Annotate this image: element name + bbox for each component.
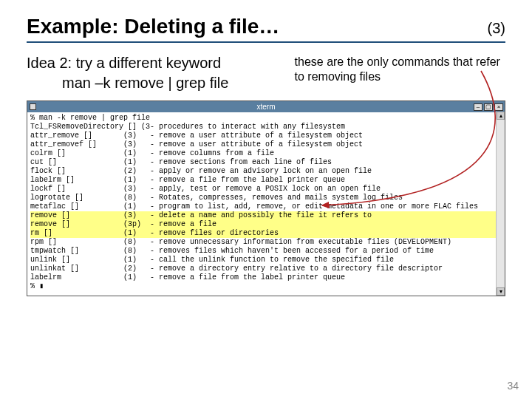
window-menu-icon[interactable] xyxy=(30,103,36,110)
terminal-line: attr_remove [] (3) - remove a user attri… xyxy=(30,132,502,140)
terminal-line: % man -k remove | grep file xyxy=(30,114,502,123)
terminal-line: remove [] (3) - delete a name and possib… xyxy=(30,211,502,220)
terminal-body[interactable]: % man -k remove | grep fileTcl_FSRemoveD… xyxy=(27,112,505,296)
terminal-titlebar: xterm – ▢ × xyxy=(27,101,505,112)
terminal-line: colrm [] (1) - remove columns from a fil… xyxy=(30,149,502,158)
terminal-line: % ▮ xyxy=(30,282,502,291)
scroll-down-icon[interactable]: ▾ xyxy=(497,287,505,296)
title-row: Example: Deleting a file… (3) xyxy=(27,15,505,43)
slide-marker: (3) xyxy=(488,20,505,37)
annotation-note: these are the only commands that refer t… xyxy=(295,53,505,93)
terminal-line: rm [] (1) - remove files or directories xyxy=(30,229,502,238)
terminal-line: flock [] (2) - apply or remove an adviso… xyxy=(30,167,502,176)
scroll-up-icon[interactable]: ▴ xyxy=(497,112,505,120)
slide-title: Example: Deleting a file… xyxy=(27,15,279,38)
minimize-button[interactable]: – xyxy=(474,103,482,111)
idea-line1: Idea 2: try a different keyword xyxy=(27,53,280,73)
terminal-line: cut [] (1) - remove sections from each l… xyxy=(30,158,502,167)
close-button[interactable]: × xyxy=(494,103,503,111)
maximize-button[interactable]: ▢ xyxy=(484,103,493,111)
terminal-line: lockf [] (3) - apply, test or remove a P… xyxy=(30,185,502,194)
terminal-line: labelrm (1) - remove a file from the lab… xyxy=(30,273,502,282)
terminal-line: Tcl_FSRemoveDirectory [] (3- procedures … xyxy=(30,123,502,132)
terminal-window: xterm – ▢ × % man -k remove | grep fileT… xyxy=(27,100,505,296)
terminal-line: unlink [] (1) - call the unlink function… xyxy=(30,256,502,265)
content-row: Idea 2: try a different keyword man –k r… xyxy=(27,53,505,93)
terminal-line: tmpwatch [] (8) - removes files which ha… xyxy=(30,247,502,256)
terminal-line: attr_removef [] (3) - remove a user attr… xyxy=(30,140,502,149)
terminal-line: unlinkat [] (2) - remove a directory ent… xyxy=(30,265,502,273)
idea-block: Idea 2: try a different keyword man –k r… xyxy=(27,53,280,93)
terminal-line: metaflac [] (1) - program to list, add, … xyxy=(30,202,502,211)
terminal-line: rpm [] (8) - remove unnecessary informat… xyxy=(30,238,502,247)
idea-line2: man –k remove | grep file xyxy=(62,73,280,93)
page-number: 34 xyxy=(507,380,519,392)
terminal-line: labelrm [] (1) - remove a file from the … xyxy=(30,176,502,185)
terminal-title: xterm xyxy=(257,103,276,111)
scrollbar[interactable]: ▴ ▾ xyxy=(496,112,505,296)
terminal-line: logrotate [] (8) - Rotates, compresses, … xyxy=(30,194,502,202)
terminal-line: remove [] (3p) - remove a file xyxy=(30,220,502,229)
